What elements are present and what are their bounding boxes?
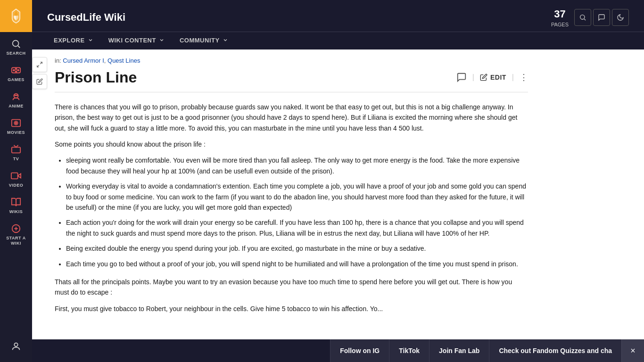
svg-point-4 — [16, 68, 17, 70]
svg-point-12 — [16, 123, 17, 124]
svg-point-0 — [13, 41, 19, 47]
article-body: There is chances that you will go to pri… — [55, 102, 528, 314]
sidebar-item-games[interactable]: GAMES — [0, 60, 32, 87]
article-para-1: There is chances that you will go to pri… — [55, 102, 528, 133]
sidebar-user-profile[interactable] — [0, 337, 32, 356]
floating-buttons — [32, 57, 47, 89]
article-bullet-list: sleeping wont really be comfortable. You… — [66, 155, 528, 269]
sidebar-item-video[interactable]: VIDEO — [0, 166, 32, 192]
list-item: sleeping wont really be comfortable. You… — [66, 155, 528, 176]
sidebar-item-search[interactable]: SEARCH — [0, 34, 32, 60]
sidebar-item-movies[interactable]: MOVIES — [0, 113, 32, 140]
content-area: in: Cursed Armor I, Quest Lines Prison L… — [32, 49, 644, 362]
svg-line-23 — [37, 65, 39, 67]
list-item: Each time you go to bed without a proof … — [66, 259, 528, 269]
bottombar-close-button[interactable]: × — [621, 339, 644, 362]
sidebar: SEARCH GAMES ANIME MOVIES TV VIDEO WIKIS — [0, 0, 32, 362]
sidebar-video-label: VIDEO — [9, 183, 24, 188]
sidebar-item-start-wiki[interactable]: START AWIKI — [0, 219, 32, 251]
list-item: Being excited double the energy you spen… — [66, 243, 528, 254]
check-out-button[interactable]: Check out Fandom Quizzes and cha — [489, 339, 621, 362]
main-area: in: Cursed Armor I, Quest Lines Prison L… — [32, 49, 644, 362]
topbar-icons — [574, 9, 629, 26]
svg-point-3 — [13, 70, 15, 71]
join-fan-lab-button[interactable]: Join Fan Lab — [429, 339, 489, 362]
svg-marker-14 — [18, 173, 21, 178]
pages-count: 37 PAGES — [551, 8, 569, 28]
topbar-nav: EXPLORE WIKI CONTENT COMMUNITY — [32, 32, 644, 49]
tiktok-button[interactable]: TikTok — [389, 339, 429, 362]
list-item: Working everyday is vital to avoide a co… — [66, 181, 528, 213]
svg-point-6 — [16, 71, 17, 72]
search-button[interactable] — [574, 9, 591, 26]
follow-ig-button[interactable]: Follow on IG — [330, 339, 389, 362]
breadcrumb-link-1[interactable]: Cursed Armor I — [63, 57, 104, 64]
article-actions: | EDIT | ⋮ — [456, 72, 528, 82]
sidebar-anime-label: ANIME — [8, 104, 24, 108]
sidebar-wikis-label: WIKIS — [9, 209, 23, 214]
breadcrumb-link-2[interactable]: Quest Lines — [107, 57, 140, 64]
more-options-button[interactable]: ⋮ — [520, 72, 528, 82]
article-header: Prison Line | EDIT | ⋮ — [55, 69, 528, 92]
edit-button[interactable]: EDIT — [480, 74, 506, 81]
comment-icon[interactable] — [456, 72, 467, 82]
list-item: Each action you'r doing for the work wil… — [66, 217, 528, 239]
nav-wiki-content[interactable]: WIKI CONTENT — [102, 32, 171, 49]
fandom-logo[interactable] — [0, 0, 32, 32]
sidebar-games-label: GAMES — [8, 77, 25, 82]
sidebar-item-anime[interactable]: ANIME — [0, 87, 32, 113]
sidebar-tv-label: TV — [13, 156, 19, 161]
article-para-2: Some points you should know about the pr… — [55, 139, 528, 149]
svg-rect-15 — [11, 173, 18, 179]
svg-point-5 — [17, 70, 19, 71]
svg-line-21 — [584, 19, 586, 21]
sidebar-start-label: START AWIKI — [6, 236, 26, 246]
expand-button[interactable] — [32, 57, 47, 72]
notifications-button[interactable] — [593, 9, 610, 26]
edit-pencil-button[interactable] — [32, 74, 47, 89]
svg-point-20 — [580, 15, 585, 19]
nav-community[interactable]: COMMUNITY — [173, 32, 235, 49]
wiki-title: CursedLife Wiki — [47, 11, 125, 24]
article-para-3: Thats all for the principals points. May… — [55, 277, 528, 298]
article: in: Cursed Armor I, Quest Lines Prison L… — [32, 49, 551, 338]
svg-rect-13 — [12, 147, 20, 153]
article-title: Prison Line — [55, 69, 137, 86]
sidebar-item-tv[interactable]: TV — [0, 140, 32, 166]
sidebar-movies-label: MOVIES — [7, 130, 25, 135]
theme-toggle-button[interactable] — [612, 9, 629, 26]
svg-point-8 — [15, 95, 16, 96]
topbar-title-row: CursedLife Wiki 37 PAGES — [32, 0, 644, 32]
sidebar-item-wikis[interactable]: WIKIS — [0, 192, 32, 219]
nav-explore[interactable]: EXPLORE — [47, 32, 100, 49]
article-para-4: First, you must give tobacco to Robert, … — [55, 304, 528, 314]
bottombar: Follow on IG TikTok Join Fan Lab Check o… — [32, 339, 644, 362]
sidebar-user-area — [0, 337, 32, 362]
svg-line-22 — [40, 62, 42, 64]
sidebar-search-label: SEARCH — [6, 51, 25, 56]
svg-line-1 — [18, 46, 20, 48]
svg-point-19 — [14, 343, 17, 346]
topbar-right: 37 PAGES — [551, 8, 629, 28]
svg-point-9 — [17, 95, 17, 96]
breadcrumb: in: Cursed Armor I, Quest Lines — [55, 57, 528, 64]
topbar: CursedLife Wiki 37 PAGES — [32, 0, 644, 49]
